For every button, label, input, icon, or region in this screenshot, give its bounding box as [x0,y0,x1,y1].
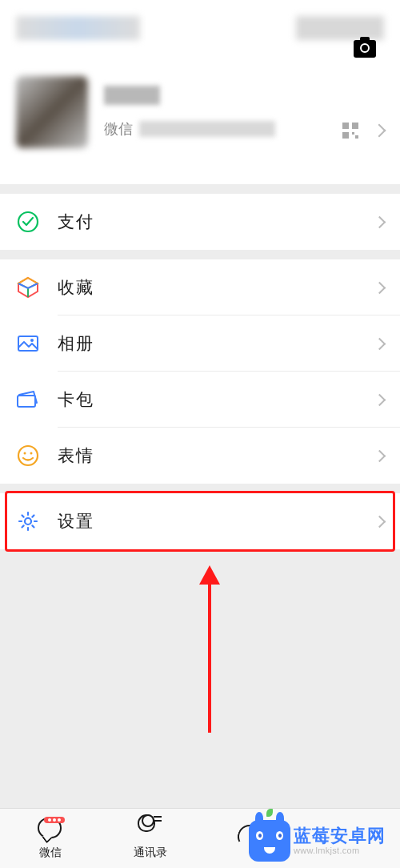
tab-me-covered [300,809,400,868]
camera-icon[interactable] [354,40,376,58]
tab-contacts[interactable]: 通讯录 [100,809,200,868]
tab-label: 通讯录 [134,846,167,860]
menu-item-cards[interactable]: 卡包 [0,372,400,428]
profile-name-blurred [104,86,160,105]
svg-point-2 [30,339,34,342]
chevron-right-icon [374,515,386,528]
profile-section: 微信 [0,0,400,184]
unread-badge [44,817,65,823]
menu-item-settings[interactable]: 设置 [0,493,400,549]
pay-icon [16,210,40,234]
settings-icon [16,509,40,533]
profile-actions [342,123,384,139]
tab-discover-partial[interactable] [200,809,300,868]
menu-label: 收藏 [58,276,375,299]
menu-item-favorites[interactable]: 收藏 [0,259,400,315]
tab-chats[interactable]: 微信 [0,809,100,868]
annotation-arrow-head [199,565,220,585]
tabbar: 微信 通讯录 [0,808,400,868]
chevron-right-icon [374,449,386,462]
status-blur-right [296,16,384,40]
profile-row[interactable]: 微信 [16,76,384,148]
wechat-id-prefix: 微信 [104,119,133,139]
wechat-id-blurred [139,121,275,137]
svg-point-5 [24,452,26,455]
svg-point-6 [30,452,33,455]
menu-label: 表情 [58,444,375,467]
album-icon [16,332,40,356]
chevron-right-icon [374,281,386,294]
menu-label: 相册 [58,332,375,355]
svg-point-4 [18,446,38,465]
avatar [16,76,88,148]
chevron-right-icon [374,337,386,350]
menu-item-pay[interactable]: 支付 [0,194,400,250]
chat-icon [38,818,63,843]
svg-point-7 [25,518,31,524]
chevron-right-icon [374,393,386,406]
discover-icon [238,825,263,850]
favorites-icon [16,275,40,299]
tab-label: 微信 [39,846,62,860]
contacts-icon [138,818,163,843]
stickers-icon [16,444,40,468]
chevron-right-icon [374,215,386,228]
menu-label: 设置 [58,510,375,532]
qr-icon[interactable] [342,123,358,139]
menu-label: 支付 [58,211,375,233]
status-blur-left [16,16,140,40]
menu-item-stickers[interactable]: 表情 [0,428,400,484]
cards-icon [16,388,40,412]
annotation-arrow-line [208,569,211,733]
svg-rect-3 [18,396,35,407]
status-bar-row [16,16,384,44]
svg-point-0 [18,212,38,231]
chevron-right-icon [373,124,386,138]
menu-item-album[interactable]: 相册 [0,315,400,372]
menu-label: 卡包 [58,388,375,411]
